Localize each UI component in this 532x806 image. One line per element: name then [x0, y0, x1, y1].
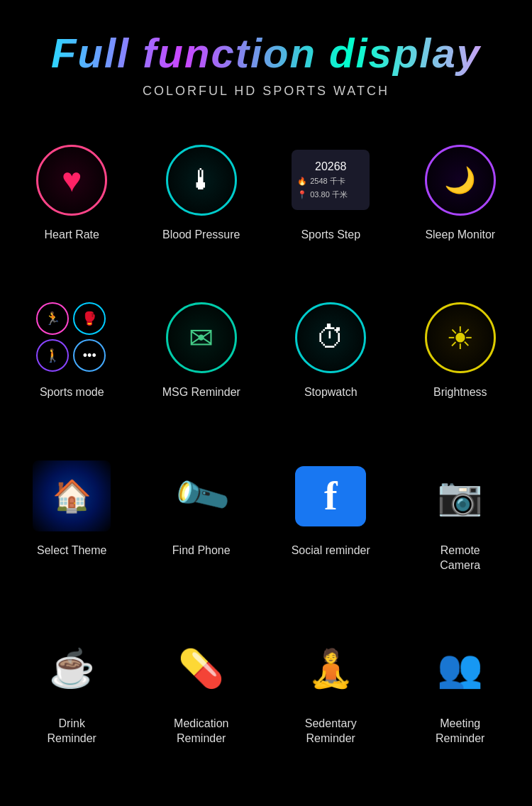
find-phone-label: Find Phone	[172, 543, 231, 558]
step-dist-row: 📍 03.80 千米	[297, 189, 364, 200]
sports-mode-walk: 🚶	[36, 339, 69, 372]
main-title: Full function display	[14, 28, 518, 78]
sleep-monitor-icon	[425, 145, 496, 216]
drink-reminder-label: Drink Reminder	[48, 717, 96, 746]
sports-mode-more: •••	[73, 339, 106, 372]
drink-reminder-icon-container	[33, 630, 111, 708]
medication-reminder-icon	[162, 634, 240, 705]
subtitle: COLORFUL HD SPORTS WATCH	[14, 84, 518, 99]
step-cal: 2548 千卡	[310, 176, 345, 187]
feature-brightness: Brightness	[396, 285, 526, 414]
msg-reminder-label: MSG Reminder	[162, 385, 240, 400]
sports-mode-icon-container: 🏃 🥊 🚶 •••	[33, 299, 111, 377]
sports-step-icon-container: 20268 🔥 2548 千卡 📍 03.80 千米	[292, 141, 370, 219]
heart-rate-icon-container	[33, 141, 111, 219]
brightness-icon	[425, 302, 496, 373]
medication-reminder-icon-container	[162, 630, 240, 708]
msg-reminder-icon-container	[162, 299, 240, 377]
feature-sleep-monitor: Sleep Monitor	[396, 127, 526, 257]
remote-camera-icon	[421, 464, 499, 528]
feature-grid-row3: Select Theme Find Phone Social reminder …	[0, 429, 532, 602]
sleep-monitor-icon-container	[421, 141, 499, 219]
heart-rate-icon	[36, 145, 107, 216]
remote-camera-label: Remote Camera	[440, 543, 480, 573]
meeting-reminder-icon	[421, 634, 499, 705]
sedentary-reminder-label: Sedentary Reminder	[305, 717, 357, 746]
remote-camera-icon-container	[421, 457, 499, 535]
sports-mode-label: Sports mode	[40, 385, 104, 400]
heart-rate-label: Heart Rate	[45, 228, 99, 243]
header: Full function display COLORFUL HD SPORTS…	[0, 0, 532, 113]
feature-remote-camera: Remote Camera	[396, 443, 526, 587]
sedentary-reminder-icon	[292, 634, 370, 705]
location-icon: 📍	[297, 190, 307, 199]
find-phone-icon-container	[162, 457, 240, 535]
feature-heart-rate: Heart Rate	[7, 127, 137, 257]
sports-step-display: 20268 🔥 2548 千卡 📍 03.80 千米	[292, 150, 370, 210]
feature-drink-reminder: Drink Reminder	[7, 616, 137, 761]
drink-reminder-icon	[33, 634, 111, 705]
select-theme-icon-container	[33, 457, 111, 535]
find-phone-icon	[162, 460, 240, 531]
step-dist: 03.80 千米	[310, 189, 348, 200]
feature-grid-row2: 🏃 🥊 🚶 ••• Sports mode MSG Reminder Stopw…	[0, 270, 532, 429]
feature-find-phone: Find Phone	[137, 443, 267, 587]
sports-mode-fight: 🥊	[73, 302, 106, 335]
step-cal-row: 🔥 2548 千卡	[297, 176, 364, 187]
social-reminder-label: Social reminder	[292, 543, 370, 558]
feature-msg-reminder: MSG Reminder	[137, 285, 267, 414]
meeting-reminder-icon-container	[421, 630, 499, 708]
brightness-label: Brightness	[433, 385, 487, 400]
sports-mode-icon: 🏃 🥊 🚶 •••	[36, 302, 107, 373]
feature-social-reminder: Social reminder	[266, 443, 396, 587]
feature-grid-row4: Drink Reminder Medication Reminder Seden…	[0, 602, 532, 775]
brightness-icon-container	[421, 299, 499, 377]
feature-select-theme: Select Theme	[7, 443, 137, 587]
feature-grid-row1: Heart Rate Blood Pressure 20268 🔥 2548 千…	[0, 113, 532, 271]
select-theme-icon	[33, 460, 111, 531]
sedentary-reminder-icon-container	[292, 630, 370, 708]
feature-stopwatch: Stopwatch	[266, 285, 396, 414]
sports-mode-run: 🏃	[36, 302, 69, 335]
blood-pressure-icon-container	[162, 141, 240, 219]
sports-step-label: Sports Step	[301, 228, 360, 243]
feature-sports-step: 20268 🔥 2548 千卡 📍 03.80 千米 Sports Step	[266, 127, 396, 257]
feature-medication-reminder: Medication Reminder	[137, 616, 267, 761]
stopwatch-icon-container	[292, 299, 370, 377]
sleep-monitor-label: Sleep Monitor	[425, 228, 495, 243]
feature-meeting-reminder: Meeting Reminder	[396, 616, 526, 761]
stopwatch-icon	[295, 302, 366, 373]
meeting-reminder-label: Meeting Reminder	[436, 717, 484, 746]
feature-sports-mode: 🏃 🥊 🚶 ••• Sports mode	[7, 285, 137, 414]
msg-reminder-icon	[166, 302, 237, 373]
step-count: 20268	[297, 160, 364, 173]
medication-reminder-label: Medication Reminder	[174, 717, 228, 746]
feature-blood-pressure: Blood Pressure	[137, 127, 267, 257]
blood-pressure-icon	[166, 145, 237, 216]
fire-icon: 🔥	[297, 177, 307, 186]
social-reminder-icon	[295, 466, 366, 526]
stopwatch-label: Stopwatch	[304, 385, 358, 400]
feature-sedentary-reminder: Sedentary Reminder	[266, 616, 396, 761]
social-reminder-icon-container	[292, 457, 370, 535]
select-theme-label: Select Theme	[37, 543, 106, 558]
blood-pressure-label: Blood Pressure	[162, 228, 240, 243]
